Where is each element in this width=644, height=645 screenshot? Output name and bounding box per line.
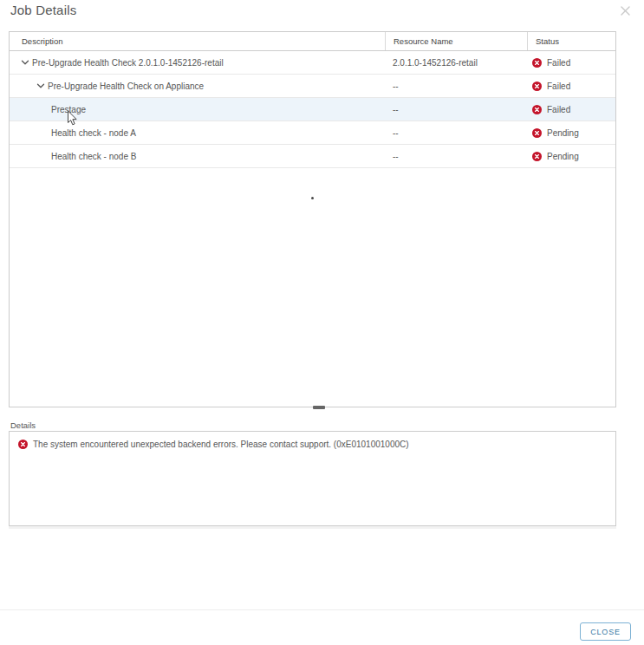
resize-handle[interactable] [313,406,325,409]
details-message: The system encountered unexpected backen… [33,439,409,450]
error-circle-icon [18,440,28,449]
row-description-cell: Prestage [10,98,385,121]
row-status-cell: Failed [527,75,615,97]
table-header-row: Description Resource Name Status [10,32,615,51]
row-description: Prestage [51,105,86,114]
row-status: Pending [547,128,579,138]
job-details-dialog: Job Details Description Resource Name St… [0,0,644,645]
details-label: Details [10,420,36,430]
close-icon[interactable] [620,4,631,16]
row-status-cell: Failed [527,98,615,121]
error-circle-icon [532,58,542,68]
column-header-status[interactable]: Status [527,32,615,50]
row-description: Health check - node B [51,152,136,161]
row-resource-name: -- [385,121,527,144]
row-status: Failed [547,58,570,68]
error-circle-icon [532,152,542,161]
dialog-title: Job Details [10,3,76,17]
table-row[interactable]: Prestage -- Failed [10,98,615,121]
row-status-cell: Pending [527,121,615,144]
row-status-cell: Failed [527,51,615,74]
error-circle-icon [532,105,542,114]
row-resource-name: -- [385,145,527,167]
table-row[interactable]: Health check - node B -- Pending [10,145,615,168]
row-resource-name: 2.0.1.0-1452126-retail [385,51,527,74]
row-resource-name: -- [385,75,527,97]
row-status: Failed [547,105,570,114]
row-description: Pre-Upgrade Health Check on Appliance [48,81,204,91]
details-panel: The system encountered unexpected backen… [9,431,616,526]
row-status-cell: Pending [527,145,615,167]
row-description-cell: Health check - node A [10,121,385,144]
row-status: Failed [547,81,570,91]
row-description: Health check - node A [51,128,136,138]
row-description-cell: Pre-Upgrade Health Check on Appliance [10,75,385,97]
chevron-down-icon[interactable] [20,57,30,68]
table-row[interactable]: Health check - node A -- Pending [10,121,615,145]
row-description: Pre-Upgrade Health Check 2.0.1.0-1452126… [32,58,224,68]
job-steps-table: Description Resource Name Status Pre-Upg… [9,31,616,407]
column-header-description[interactable]: Description [10,32,385,50]
table-row[interactable]: Pre-Upgrade Health Check 2.0.1.0-1452126… [10,51,615,75]
chevron-down-icon[interactable] [36,81,46,91]
stray-dot [311,197,314,199]
column-header-resource-name[interactable]: Resource Name [385,32,527,50]
table-body: Pre-Upgrade Health Check 2.0.1.0-1452126… [10,51,615,168]
error-circle-icon [532,128,542,138]
row-description-cell: Health check - node B [10,145,385,167]
dialog-footer: CLOSE [0,609,644,645]
close-button[interactable]: CLOSE [580,622,631,641]
row-resource-name: -- [385,98,527,121]
error-circle-icon [532,81,542,91]
row-description-cell: Pre-Upgrade Health Check 2.0.1.0-1452126… [10,51,385,74]
row-status: Pending [547,152,579,161]
table-row[interactable]: Pre-Upgrade Health Check on Appliance --… [10,75,615,98]
